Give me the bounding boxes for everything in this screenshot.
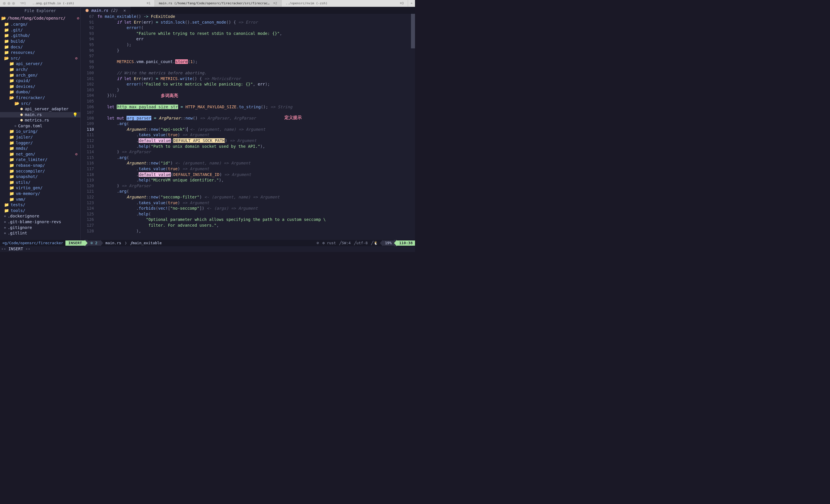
folder-item[interactable]: 📁.git/ <box>0 27 81 33</box>
tree-item-label: snapshot/ <box>16 174 38 180</box>
folder-item[interactable]: 📁io_uring/ <box>0 129 81 134</box>
code-line[interactable]: .arg( <box>97 189 411 194</box>
code-line[interactable]: if let Err(err) = METRICS.write() { => M… <box>97 76 411 82</box>
file-item[interactable]: ⚙Cargo.toml <box>0 123 81 129</box>
code-line[interactable]: ) => ArgParser <box>97 149 411 155</box>
code-line[interactable]: .arg( <box>97 121 411 127</box>
folder-item[interactable]: 📁seccompiler/ <box>0 168 81 174</box>
code-line[interactable] <box>97 53 411 59</box>
code-line[interactable]: "Failure while trying to reset stdin to … <box>97 31 411 37</box>
folder-item[interactable]: 📁docs/ <box>0 44 81 50</box>
close-icon[interactable] <box>3 2 6 5</box>
code-line[interactable] <box>97 99 411 104</box>
code-line[interactable]: // Write the metrics before aborting. <box>97 70 411 76</box>
line-number: 107 <box>81 110 94 115</box>
code-line[interactable]: .takes_value(true) => Argument <box>97 132 411 138</box>
code-line[interactable]: .arg( <box>97 155 411 161</box>
folder-item[interactable]: 📁utils/ <box>0 180 81 186</box>
code-line[interactable]: Argument::new("api-sock") <- (argument, … <box>97 127 411 132</box>
code-line[interactable]: .takes_value(true) => Argument <box>97 200 411 206</box>
code-line[interactable]: ); <box>97 42 411 48</box>
code-line[interactable]: .default_value(DEFAULT_INSTANCE_ID) => A… <box>97 172 411 178</box>
folder-item[interactable]: 📁cpuid/ <box>0 78 81 84</box>
line-number: 101 <box>81 76 94 82</box>
folder-item[interactable]: 📁mmds/ <box>0 146 81 152</box>
code-line[interactable]: fn main_exitable() -> FcExitCode <box>97 14 411 20</box>
code-line[interactable]: err <box>97 36 411 42</box>
folder-item[interactable]: 📂src/ <box>0 101 81 107</box>
code-text[interactable]: fn main_exitable() -> FcExitCode if let … <box>97 14 411 240</box>
folder-item[interactable]: 📁vm-memory/ <box>0 191 81 197</box>
code-line[interactable]: let mut arg_parser = ArgParser::new() =>… <box>97 115 411 121</box>
code-line[interactable]: .takes_value(true) => Argument <box>97 166 411 172</box>
file-explorer-path[interactable]: 📂 /home/fang/Code/opensrc/ ⊘ <box>0 15 81 22</box>
os-tab[interactable]: main.rs (/home/fang/Code/opensrc/firecra… <box>155 0 281 7</box>
folder-item[interactable]: 📁net_gen/⊘ <box>0 152 81 157</box>
folder-item[interactable]: 📂src/⊘ <box>0 56 81 61</box>
code-line[interactable]: .help( <box>97 211 411 217</box>
code-line[interactable]: let http_max_payload_size_str = HTTP_MAX… <box>97 104 411 110</box>
code-line[interactable]: METRICS.vmm.panic_count.store(1); <box>97 59 411 65</box>
zoom-icon[interactable] <box>12 2 15 5</box>
folder-item[interactable]: 📁jailer/ <box>0 134 81 140</box>
code-line[interactable]: .help("MicroVM unique identifier."), <box>97 177 411 183</box>
traffic-lights[interactable] <box>0 2 18 5</box>
folder-item[interactable]: 📁rebase-snap/ <box>0 163 81 168</box>
file-item[interactable]: ✱.gitignore <box>0 225 81 231</box>
code-line[interactable]: error!("Failed to write metrics while pa… <box>97 81 411 87</box>
folder-item[interactable]: 📁tools/ <box>0 208 81 214</box>
os-tab[interactable]: ../opensrc/nvim (-zsh)⌘3 <box>282 0 408 7</box>
code-line[interactable]: ) => ArgParser <box>97 183 411 189</box>
folder-item[interactable]: 📁snapshot/ <box>0 174 81 180</box>
tree-item-label: io_uring/ <box>16 129 38 134</box>
code-line[interactable]: error!( <box>97 25 411 31</box>
folder-item[interactable]: 📁api_server/ <box>0 61 81 67</box>
folder-item[interactable]: 📂firecracker/ <box>0 95 81 101</box>
folder-item[interactable]: 📁resources/ <box>0 50 81 56</box>
file-item[interactable]: ✱.git-blame-ignore-revs <box>0 219 81 225</box>
folder-item[interactable]: 📁dumbo/ <box>0 89 81 95</box>
code-line[interactable]: filter. For advanced users.", <box>97 223 411 228</box>
code-line[interactable] <box>97 65 411 70</box>
code-line[interactable]: } <box>97 87 411 93</box>
folder-item[interactable]: 📁.cargo/ <box>0 22 81 27</box>
folder-item[interactable]: 📁arch/ <box>0 67 81 73</box>
code-line[interactable]: Argument::new("seccomp-filter") <- (argu… <box>97 194 411 200</box>
code-body[interactable]: 6791929394959697989910010110210310410510… <box>81 14 415 240</box>
file-item[interactable]: ⬢main.rs💡 <box>0 112 81 118</box>
close-icon[interactable]: ✕ <box>123 8 126 13</box>
minimap-thumb[interactable] <box>411 14 415 48</box>
folder-item[interactable]: 📁logger/ <box>0 140 81 146</box>
code-line[interactable]: ), <box>97 228 411 234</box>
code-line[interactable]: "Optional parameter which allows specify… <box>97 217 411 223</box>
folder-item[interactable]: 📁tests/ <box>0 202 81 208</box>
minimize-icon[interactable] <box>7 2 10 5</box>
code-line[interactable] <box>97 110 411 115</box>
folder-item[interactable]: 📁virtio_gen/ <box>0 185 81 191</box>
code-line[interactable]: Argument::new("id") <- (argument, name) … <box>97 160 411 166</box>
buffer-tab[interactable]: ⬢ main.rs (2) ✕ <box>81 7 131 14</box>
code-line[interactable]: })); <box>97 93 411 99</box>
folder-item[interactable]: 📁devices/ <box>0 84 81 90</box>
file-item[interactable]: ⬢api_server_adapter <box>0 106 81 112</box>
folder-item[interactable]: 📁vmm/ <box>0 197 81 202</box>
folder-item[interactable]: 📁.github/ <box>0 33 81 39</box>
code-line[interactable]: .default_value(DEFAULT_API_SOCK_PATH) =>… <box>97 138 411 144</box>
code-line[interactable]: .help("Path to unix domain socket used b… <box>97 144 411 149</box>
new-tab-button[interactable]: + <box>408 1 415 5</box>
file-item[interactable]: ⬢metrics.rs <box>0 117 81 123</box>
code-line[interactable]: if let Err(err) = stdin.lock().set_canon… <box>97 20 411 25</box>
minimap[interactable] <box>411 14 415 240</box>
folder-icon: 📁 <box>4 22 9 27</box>
os-tab[interactable]: ..ang.github.io (-zsh)⌘1 <box>28 0 155 7</box>
folder-icon: 📁 <box>9 197 14 202</box>
file-tree[interactable]: 📁.cargo/📁.git/📁.github/📁build/📁docs/📁res… <box>0 22 81 240</box>
file-item[interactable]: ✱.dockerignore <box>0 213 81 219</box>
code-line[interactable]: } <box>97 48 411 54</box>
folder-icon: 📁 <box>9 157 14 163</box>
folder-item[interactable]: 📁rate_limiter/ <box>0 157 81 163</box>
folder-item[interactable]: 📁arch_gen/ <box>0 73 81 78</box>
file-item[interactable]: ✱.gitlint <box>0 230 81 236</box>
code-line[interactable]: .forbids(vec!["no-seccomp"]) <- (args) =… <box>97 206 411 211</box>
folder-item[interactable]: 📁build/ <box>0 39 81 44</box>
